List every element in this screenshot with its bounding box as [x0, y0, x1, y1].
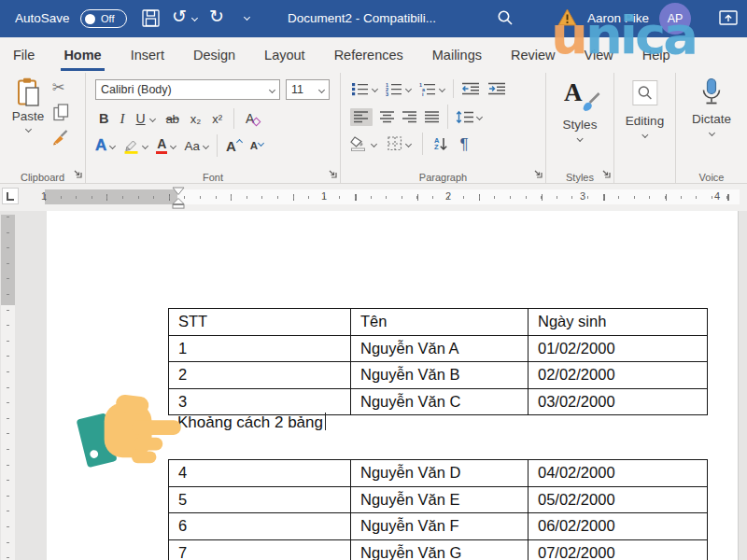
font-size-select[interactable]: 11 [286, 79, 330, 100]
avatar[interactable]: AP [659, 3, 691, 35]
warning-icon[interactable] [557, 8, 577, 30]
font-color-button[interactable]: A [156, 137, 176, 154]
table-row: STT Tên Ngày sinh [169, 309, 708, 336]
paragraph-dialog-launcher-icon[interactable] [533, 165, 543, 182]
search-icon[interactable] [497, 9, 514, 30]
editing-label: Editing [626, 114, 664, 128]
shrink-font-button[interactable]: A [250, 140, 263, 151]
align-left-button[interactable] [350, 108, 373, 126]
autosave-toggle[interactable]: Off [80, 9, 127, 28]
editing-group: Editing [614, 73, 676, 184]
voice-group: Dictate Voice [676, 73, 747, 184]
align-right-icon [402, 111, 417, 123]
increase-indent-button[interactable] [488, 82, 506, 95]
numbered-list-icon: 123 [386, 82, 402, 96]
editing-button[interactable]: Editing [626, 80, 664, 137]
tab-layout[interactable]: Layout [264, 48, 305, 63]
tab-home[interactable]: Home [63, 48, 101, 63]
table-row: 5 Nguyễn Văn E 05/02/2000 [169, 486, 708, 513]
numbering-button[interactable]: 123 [386, 82, 411, 96]
styles-dialog-launcher-icon[interactable] [601, 165, 611, 182]
tab-mailings[interactable]: Mailings [432, 48, 482, 63]
clipboard-dialog-launcher-icon[interactable] [73, 165, 82, 182]
align-center-button[interactable] [380, 111, 395, 123]
text-cursor [325, 413, 326, 430]
save-icon[interactable] [142, 9, 160, 31]
styles-dropdown-icon[interactable] [576, 135, 583, 142]
indent-markers[interactable] [172, 187, 185, 213]
underline-button[interactable]: U [135, 111, 154, 126]
multilevel-list-button[interactable]: 1ai [419, 82, 444, 96]
tab-help[interactable]: Help [642, 48, 670, 63]
dictate-dropdown-icon[interactable] [708, 130, 714, 136]
align-center-icon [380, 111, 395, 123]
highlighter-icon [123, 138, 139, 154]
customize-qat-icon[interactable] [244, 14, 250, 21]
clear-formatting-button[interactable]: A [246, 111, 260, 126]
cut-icon[interactable]: ✂ [52, 78, 64, 96]
sort-button[interactable]: AZ [434, 137, 448, 151]
sort-arrow-icon [439, 137, 448, 151]
tab-review[interactable]: Review [511, 48, 556, 63]
styles-button[interactable]: A Styles [563, 78, 598, 141]
justify-icon [425, 111, 440, 123]
styles-group: A Styles Styles [546, 73, 614, 184]
bold-button[interactable]: B [99, 111, 108, 126]
grow-font-button[interactable]: A [226, 138, 242, 154]
tab-references[interactable]: References [334, 48, 403, 63]
ribbon-display-options-icon[interactable] [719, 10, 738, 30]
paste-dropdown-icon[interactable] [24, 126, 31, 133]
align-right-button[interactable] [402, 111, 417, 123]
bullets-button[interactable] [352, 82, 377, 96]
bullet-list-icon [352, 82, 369, 96]
table-row: 3 Nguyễn Văn C 03/02/2000 [169, 388, 708, 415]
toggle-knob [85, 14, 95, 24]
between-tables-text[interactable]: Khoảng cách 2 bảng [177, 413, 326, 432]
paragraph-group: 123 1ai [341, 73, 546, 184]
document-page[interactable]: STT Tên Ngày sinh 1 Nguyễn Văn A 01/02/2… [47, 211, 739, 560]
font-family-select[interactable]: Calibri (Body) [95, 79, 280, 100]
text-effects-button[interactable]: A [95, 136, 115, 155]
redo-icon[interactable]: ↻ [209, 7, 224, 26]
tab-view[interactable]: View [585, 48, 613, 63]
format-painter-icon[interactable] [52, 130, 69, 149]
undo-dropdown-icon[interactable] [191, 15, 198, 21]
table-2[interactable]: 4 Nguyễn Văn D 04/02/2000 5 Nguyễn Văn E… [168, 459, 708, 560]
vertical-ruler[interactable] [1, 215, 15, 560]
copy-icon[interactable] [53, 104, 69, 125]
highlight-button[interactable] [123, 138, 148, 154]
tab-insert[interactable]: Insert [131, 48, 164, 63]
undo-icon[interactable]: ↺ [172, 7, 187, 26]
decrease-indent-button[interactable] [462, 82, 480, 95]
editing-dropdown-icon[interactable] [641, 132, 648, 138]
svg-text:3: 3 [386, 91, 388, 96]
tab-design[interactable]: Design [193, 48, 235, 63]
borders-button[interactable] [388, 136, 411, 151]
italic-button[interactable]: I [120, 111, 124, 127]
line-spacing-button[interactable] [456, 110, 482, 124]
paragraph-group-label: Paragraph [341, 172, 545, 183]
tab-file[interactable]: File [13, 48, 35, 63]
line-spacing-icon [456, 110, 474, 124]
paste-button[interactable]: Paste [7, 77, 49, 132]
superscript-button[interactable]: x² [212, 112, 222, 126]
horizontal-ruler[interactable]: 1 1 2 3 4 [45, 189, 740, 204]
strikethrough-button[interactable]: ab [166, 112, 179, 126]
ribbon-tabs: File Home Insert Design Layout Reference… [0, 37, 747, 73]
table-1[interactable]: STT Tên Ngày sinh 1 Nguyễn Văn A 01/02/2… [168, 308, 708, 415]
show-hide-paragraph-button[interactable]: ¶ [459, 136, 468, 152]
dictate-button[interactable]: Dictate [692, 77, 731, 135]
clipboard-group: Paste ✂ Clipboard [0, 73, 86, 184]
justify-button[interactable] [425, 111, 440, 123]
subscript-button[interactable]: x₂ [190, 112, 202, 126]
user-name[interactable]: Aaron Pike [587, 11, 649, 25]
font-family-value: Calibri (Body) [101, 83, 172, 96]
shading-button[interactable] [350, 136, 376, 151]
borders-icon [388, 136, 402, 151]
font-size-value: 11 [291, 83, 303, 96]
table-row: 6 Nguyễn Văn F 06/02/2000 [169, 513, 708, 540]
change-case-button[interactable]: Aa [184, 139, 208, 153]
editing-find-icon [632, 80, 657, 105]
tab-stop-selector[interactable] [2, 188, 19, 204]
font-dialog-launcher-icon[interactable] [328, 165, 337, 182]
